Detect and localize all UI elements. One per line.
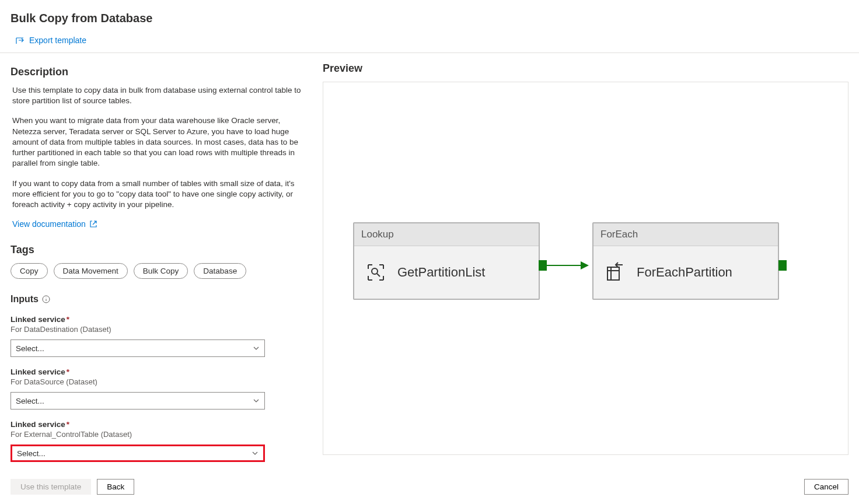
description-heading: Description (11, 66, 311, 78)
connector-start (539, 260, 547, 271)
description-para2: When you want to migrate data from your … (11, 116, 311, 169)
inputs-heading: Inputs (11, 294, 50, 304)
chevron-down-icon (252, 450, 259, 457)
external-link-icon (89, 220, 97, 228)
input-label-3: Linked service* (11, 420, 311, 429)
use-template-button: Use this template (11, 479, 91, 495)
activity-foreach-type: ForEach (593, 223, 778, 246)
export-template-label: Export template (29, 36, 86, 45)
connector-arrow-icon (581, 261, 589, 270)
activity-foreach-name: ForEachPartition (637, 265, 732, 280)
cancel-button[interactable]: Cancel (804, 479, 848, 495)
activity-lookup-type: Lookup (354, 223, 539, 246)
svg-rect-2 (607, 267, 619, 280)
foreach-icon (604, 261, 626, 284)
view-documentation-label: View documentation (12, 219, 86, 229)
tags-heading: Tags (11, 244, 311, 256)
linked-service-select-1[interactable]: Select... (11, 340, 265, 357)
lookup-icon (365, 261, 387, 284)
input-sublabel-1: For DataDestination (Dataset) (11, 325, 311, 334)
preview-canvas: Lookup GetPartitionList For (323, 82, 848, 455)
description-para3: If you want to copy data from a small nu… (11, 178, 311, 211)
export-template-link[interactable]: Export template (15, 36, 86, 45)
info-icon (42, 295, 50, 303)
tag-bulk-copy: Bulk Copy (134, 263, 188, 279)
tag-copy: Copy (11, 263, 48, 279)
export-icon (15, 36, 25, 45)
input-label-1: Linked service* (11, 315, 311, 324)
input-sublabel-3: For External_ControlTable (Dataset) (11, 430, 311, 439)
input-label-2: Linked service* (11, 368, 311, 376)
description-para1: Use this template to copy data in bulk f… (11, 85, 311, 106)
svg-point-1 (372, 268, 378, 274)
chevron-down-icon (253, 345, 260, 352)
view-documentation-link[interactable]: View documentation (11, 219, 97, 229)
tag-data-movement: Data Movement (54, 263, 128, 279)
back-button[interactable]: Back (97, 479, 134, 495)
preview-heading: Preview (323, 62, 848, 75)
connector-line (547, 265, 584, 266)
input-sublabel-2: For DataSource (Dataset) (11, 377, 311, 386)
page-title: Bulk Copy from Database (11, 12, 848, 25)
tag-database: Database (194, 263, 246, 279)
activity-foreach[interactable]: ForEach ForEachPartition (592, 222, 779, 300)
activity-lookup-name: GetPartitionList (397, 265, 485, 280)
connector-end (778, 260, 787, 271)
chevron-down-icon (253, 397, 260, 404)
activity-lookup[interactable]: Lookup GetPartitionList (353, 222, 540, 300)
linked-service-select-2[interactable]: Select... (11, 392, 265, 410)
linked-service-select-3[interactable]: Select... (11, 444, 265, 462)
